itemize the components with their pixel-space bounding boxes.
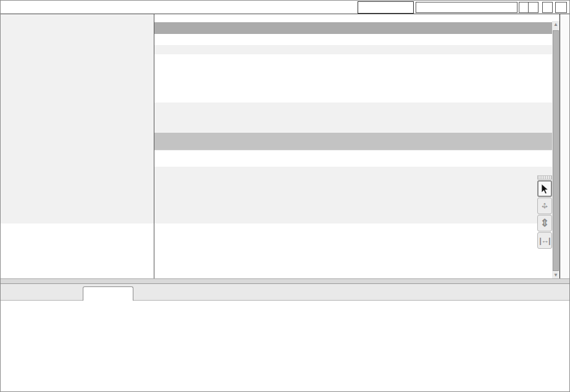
zoom-fit-tool-button[interactable]: |↔|: [537, 232, 552, 249]
cpu-rows-background: [154, 54, 560, 99]
scroll-down-icon[interactable]: ▼: [552, 272, 560, 278]
pointer-icon: [541, 184, 549, 194]
timeline-toolbar: ↔ ↕ ⇕ |↔|: [537, 175, 552, 248]
horizontal-fit-icon: |↔|: [539, 236, 550, 245]
search-prev-button[interactable]: [519, 2, 529, 13]
toolbar-drag-handle[interactable]: [537, 175, 552, 180]
ruler-background: [154, 14, 560, 22]
view-options-button[interactable]: [358, 1, 414, 14]
select-tool-button[interactable]: [537, 180, 552, 197]
search-next-button[interactable]: [528, 2, 539, 13]
vertical-arrow-icon: ⇕: [540, 217, 549, 229]
scrollbar-thumb[interactable]: [553, 30, 559, 271]
timeline-pane: ▲ ▼ ↔ ↕ ⇕ |↔|: [1, 14, 570, 278]
alerts-side-tab[interactable]: [560, 14, 570, 278]
search-input[interactable]: [416, 2, 518, 13]
tab-frame[interactable]: [83, 286, 133, 302]
detail-panel-header: [1, 284, 570, 301]
allocation-rate-band[interactable]: [154, 133, 560, 150]
alerts-row-background: [154, 34, 560, 45]
frames-row-background: [154, 151, 560, 167]
timeline-background: [1, 14, 560, 223]
panel-splitter[interactable]: [1, 278, 570, 284]
pan-tool-button[interactable]: ↔ ↕: [537, 198, 552, 214]
renderthread-row-background: [1, 223, 560, 278]
top-bar: [1, 1, 570, 14]
scroll-up-icon[interactable]: ▲: [552, 22, 560, 27]
selection-detail-panel: [1, 284, 570, 392]
android-system-trace-app: ▲ ▼ ↔ ↕ ⇕ |↔|: [0, 0, 570, 392]
help-button[interactable]: [555, 2, 567, 13]
vertical-pan-tool-button[interactable]: ⇕: [537, 215, 552, 231]
detail-rows: [1, 301, 570, 392]
four-way-arrow-icon-vertical: ↕: [538, 199, 551, 210]
expand-button[interactable]: [542, 2, 553, 13]
interactions-band[interactable]: [154, 22, 560, 34]
label-track-divider: [154, 14, 154, 278]
vertical-scrollbar[interactable]: ▲ ▼: [552, 21, 560, 278]
row-gap: [154, 99, 560, 102]
